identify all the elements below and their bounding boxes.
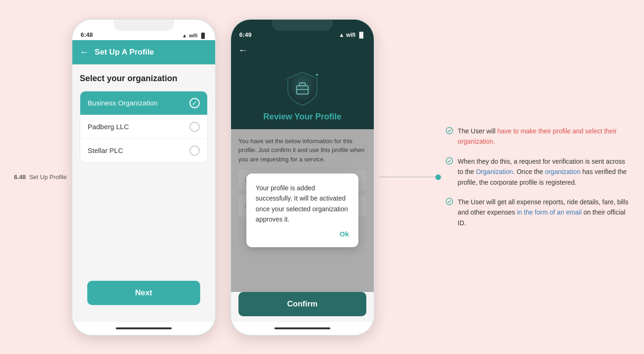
annotation-item-1: The User will have to make their profile… <box>446 126 630 147</box>
phone1-header-title: Set Up A Profile <box>95 48 154 57</box>
dialog-text: Your profile is added successfully. It w… <box>256 183 349 225</box>
annot-email-blue: in the form of an email <box>517 208 582 216</box>
phone2-time: 6:49 <box>239 31 252 38</box>
wifi-icon2: wifi <box>346 32 356 38</box>
annot-check-icon-3 <box>446 198 453 207</box>
phone1-header: ← Set Up A Profile <box>72 40 215 64</box>
signal-icon2: ▲ <box>339 32 344 38</box>
dialog-ok-button[interactable]: Ok <box>256 230 349 238</box>
dialog-overlay: Your profile is added successfully. It w… <box>231 129 374 292</box>
org-option-name-padberg: Padberg LLC <box>88 123 129 131</box>
phone2-header: ← <box>231 40 374 61</box>
phone1-time: 6:48 <box>81 31 93 38</box>
phone2-notch <box>272 20 333 31</box>
shield-area: ✦ · Review Your Profile <box>231 61 374 129</box>
next-button[interactable]: Next <box>87 281 200 305</box>
phone1-notch <box>113 20 174 31</box>
home-indicator <box>116 327 172 329</box>
select-org-title: Select your organization <box>80 74 208 83</box>
phone2-back-button[interactable]: ← <box>238 45 248 56</box>
org-option-business[interactable]: Business Organization ✓ <box>80 91 207 115</box>
svg-point-2 <box>446 127 453 134</box>
phone2-home-bar <box>231 322 374 335</box>
svg-point-4 <box>446 198 453 205</box>
battery-icon: ▐▌ <box>199 33 207 38</box>
annot-org-blue: Organization <box>476 168 513 175</box>
phone1-status-icons: ▲ wifi ▐▌ <box>182 33 207 38</box>
annot-org2-blue: organization <box>545 168 581 175</box>
radio-stellar <box>189 146 200 156</box>
org-options-card: Business Organization ✓ Padberg LLC <box>80 91 208 163</box>
connector-dot <box>435 174 441 180</box>
svg-point-3 <box>446 158 453 164</box>
org-option-padberg[interactable]: Padberg LLC <box>80 115 207 139</box>
phone1-home-bar <box>72 322 215 335</box>
org-option-name-stellar: Stellar PLC <box>88 146 123 154</box>
review-body: You have set the below information for t… <box>231 129 374 292</box>
phone1-back-button[interactable]: ← <box>80 47 89 57</box>
version-label: 6.48 Set Up Profile <box>14 174 67 180</box>
confirm-area: Confirm <box>231 292 374 322</box>
annotation-list: The User will have to make their profile… <box>446 126 630 228</box>
review-title: Review Your Profile <box>263 112 341 122</box>
annotation-item-3: The User will get all expense reports, r… <box>446 197 630 228</box>
annotation-item-2: When they do this, a request for verific… <box>446 156 630 187</box>
shield-icon-wrap: ✦ · <box>284 70 321 107</box>
annot-check-icon-2 <box>446 157 453 166</box>
wifi-icon: wifi <box>189 33 197 38</box>
connector-line <box>379 177 435 177</box>
annot-text-1-normal: The User will <box>458 127 497 135</box>
home-indicator2 <box>274 327 330 329</box>
phone2-status-icons: ▲ wifi ▐▌ <box>339 32 365 38</box>
battery-icon2: ▐▌ <box>357 32 365 38</box>
sparkle-icon: ✦ <box>315 72 319 77</box>
phone2: 6:49 ▲ wifi ▐▌ ← <box>230 19 375 336</box>
annot-text-1: The User will have to make their profile… <box>458 126 630 147</box>
annot-text-3: The User will get all expense reports, r… <box>458 197 630 228</box>
annotation-section: The User will have to make their profile… <box>379 126 630 228</box>
phone1: 6:48 ▲ wifi ▐▌ ← Set Up A Profile Select… <box>71 19 216 336</box>
org-option-name-business: Business Organization <box>88 99 158 107</box>
phone1-body: Select your organization Business Organi… <box>72 64 215 322</box>
signal-icon: ▲ <box>182 33 187 38</box>
check-icon: ✓ <box>192 99 197 107</box>
success-dialog: Your profile is added successfully. It w… <box>246 174 358 248</box>
annot-text-2: When they do this, a request for verific… <box>458 156 630 187</box>
radio-business: ✓ <box>189 98 200 108</box>
sparkle-icon2: · <box>285 77 286 81</box>
confirm-button[interactable]: Confirm <box>238 292 366 316</box>
annot-check-icon-1 <box>446 127 453 136</box>
org-option-stellar[interactable]: Stellar PLC <box>80 139 207 162</box>
radio-padberg <box>189 122 200 132</box>
select-org-screen: Select your organization Business Organi… <box>72 64 215 322</box>
